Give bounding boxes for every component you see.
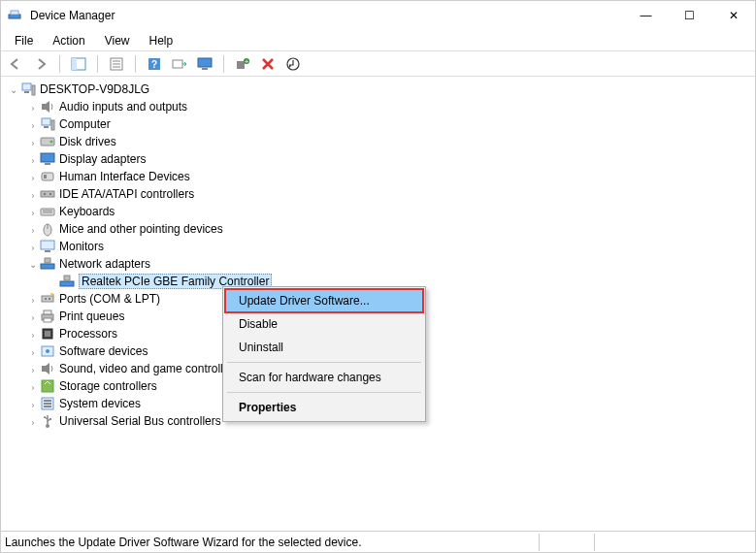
tree-item-label: System devices <box>59 397 141 410</box>
context-menu-separator <box>227 362 421 363</box>
context-menu-item[interactable]: Disable <box>225 312 423 336</box>
context-menu-item[interactable]: Uninstall <box>225 336 423 359</box>
show-hide-console-tree-icon[interactable] <box>68 53 89 75</box>
chevron-icon[interactable]: › <box>26 294 40 305</box>
chevron-icon[interactable]: › <box>26 189 40 200</box>
chevron-icon[interactable]: › <box>26 137 40 147</box>
tree-item[interactable]: ›Disk drives <box>1 133 755 150</box>
tree-item-label: Network adapters <box>59 257 150 271</box>
menu-view[interactable]: View <box>97 32 138 49</box>
chevron-icon[interactable] <box>46 276 59 287</box>
ide-icon <box>40 186 55 202</box>
context-menu-item[interactable]: Properties <box>225 396 423 419</box>
chevron-icon[interactable]: › <box>26 102 40 113</box>
chevron-icon[interactable]: › <box>26 381 40 392</box>
tree-item-label: IDE ATA/ATAPI controllers <box>59 187 194 201</box>
chevron-icon[interactable]: › <box>26 119 40 130</box>
toolbar-separator <box>135 55 136 73</box>
chevron-icon[interactable]: › <box>26 154 40 165</box>
minimize-button[interactable]: — <box>624 2 668 29</box>
svg-rect-19 <box>32 85 35 95</box>
svg-point-25 <box>50 141 53 144</box>
menu-action[interactable]: Action <box>45 32 92 49</box>
window-controls: — ☐ ✕ <box>624 2 755 29</box>
chevron-icon[interactable]: › <box>26 364 40 374</box>
svg-text:?: ? <box>151 59 157 70</box>
chevron-icon[interactable]: ⌄ <box>7 84 20 95</box>
action-icon[interactable] <box>169 53 190 75</box>
toolbar-separator <box>59 55 60 73</box>
tree-item[interactable]: ›Monitors <box>1 238 755 255</box>
disk-icon <box>40 134 55 149</box>
help-icon[interactable]: ? <box>144 53 165 75</box>
chevron-icon[interactable]: › <box>26 416 40 427</box>
tree-item[interactable]: ›Audio inputs and outputs <box>1 98 755 115</box>
svg-point-47 <box>45 298 47 300</box>
svg-rect-28 <box>42 173 53 180</box>
tree-item-label: Processors <box>59 327 117 341</box>
svg-rect-50 <box>44 310 51 314</box>
svg-point-62 <box>46 424 49 428</box>
tree-item[interactable]: ⌄Network adapters <box>1 255 755 273</box>
tree-item[interactable]: ›Mice and other pointing devices <box>1 220 755 238</box>
titlebar: Device Manager — ☐ ✕ <box>1 1 755 30</box>
system-icon <box>40 396 55 411</box>
back-button[interactable] <box>5 53 26 75</box>
close-button[interactable]: ✕ <box>711 2 755 29</box>
tree-item[interactable]: ›IDE ATA/ATAPI controllers <box>1 185 755 203</box>
chevron-icon[interactable]: › <box>26 172 40 182</box>
svg-rect-1 <box>11 11 18 15</box>
hid-icon <box>40 169 55 184</box>
chevron-icon[interactable]: › <box>26 224 40 235</box>
svg-rect-21 <box>42 118 50 125</box>
cpu-icon <box>40 326 55 342</box>
tree-item[interactable]: ›Computer <box>1 115 755 133</box>
svg-rect-39 <box>45 250 50 252</box>
tree-item-label: Computer <box>59 117 111 131</box>
tree-item[interactable]: ›Human Interface Devices <box>1 168 755 185</box>
properties-icon[interactable] <box>106 53 127 75</box>
printer-icon <box>40 309 55 324</box>
status-separator <box>539 534 540 551</box>
tree-item[interactable]: ›Keyboards <box>1 203 755 220</box>
status-text: Launches the Update Driver Software Wiza… <box>5 536 539 549</box>
svg-rect-46 <box>42 296 53 302</box>
svg-rect-27 <box>45 163 50 165</box>
tree-item[interactable]: ›Display adapters <box>1 150 755 168</box>
tree-item-label: DESKTOP-V9D8JLG <box>40 82 149 96</box>
chevron-icon[interactable]: › <box>26 346 40 357</box>
context-menu-item[interactable]: Scan for hardware changes <box>225 366 423 389</box>
statusbar: Launches the Update Driver Software Wiza… <box>1 531 755 552</box>
svg-rect-23 <box>51 120 54 130</box>
forward-button[interactable] <box>30 53 51 75</box>
status-separator <box>594 534 595 551</box>
tree-item-label: Display adapters <box>59 152 146 166</box>
svg-rect-17 <box>22 83 31 90</box>
computer-root-icon <box>20 81 36 97</box>
menu-file[interactable]: File <box>7 32 41 49</box>
chevron-icon[interactable]: ⌄ <box>26 259 40 270</box>
uninstall-icon[interactable] <box>257 53 279 75</box>
svg-rect-38 <box>41 241 54 249</box>
update-icon[interactable] <box>282 53 304 75</box>
chevron-icon[interactable]: › <box>26 399 40 409</box>
chevron-icon[interactable]: › <box>26 242 40 252</box>
svg-point-32 <box>49 193 51 195</box>
tree-item-label: Monitors <box>59 240 104 253</box>
chevron-icon[interactable]: › <box>26 311 40 322</box>
svg-rect-57 <box>42 380 53 392</box>
svg-rect-60 <box>44 403 51 405</box>
svg-rect-26 <box>41 153 54 162</box>
monitor-icon <box>40 239 55 254</box>
svg-rect-43 <box>60 281 74 286</box>
tree-item[interactable]: ⌄DESKTOP-V9D8JLG <box>1 81 755 98</box>
menu-help[interactable]: Help <box>142 32 181 49</box>
svg-point-55 <box>46 349 49 353</box>
maximize-button[interactable]: ☐ <box>668 2 711 29</box>
add-hardware-icon[interactable]: + <box>232 53 253 75</box>
context-menu: Update Driver Software...DisableUninstal… <box>222 286 426 422</box>
context-menu-item[interactable]: Update Driver Software... <box>225 289 423 312</box>
chevron-icon[interactable]: › <box>26 329 40 340</box>
chevron-icon[interactable]: › <box>26 207 40 217</box>
monitor-icon[interactable] <box>194 53 215 75</box>
